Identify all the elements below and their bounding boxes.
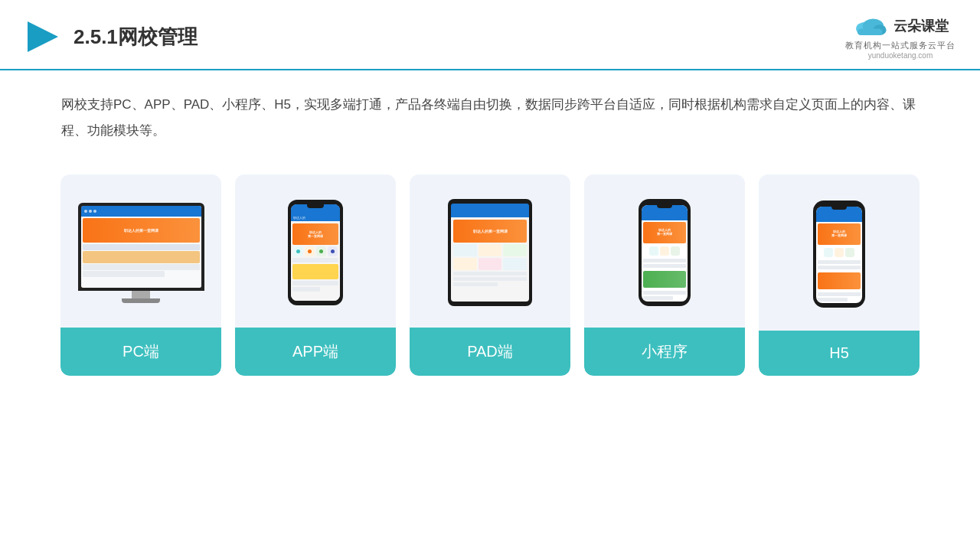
logo-name: 云朵课堂: [893, 17, 949, 35]
play-icon: [24, 18, 61, 55]
card-h5-image: 职达人的第一堂网课: [759, 174, 920, 331]
miniprogram-mockup: 职达人的第一堂网课: [639, 199, 691, 306]
description-text: 网校支持PC、APP、PAD、小程序、H5，实现多端打通，产品各终端自由切换，数…: [0, 70, 980, 159]
pad-mockup: 职达人的第一堂网课: [448, 199, 532, 306]
card-h5: 职达人的第一堂网课: [759, 174, 920, 376]
card-pc-label: PC端: [60, 328, 221, 376]
card-miniprogram-label: 小程序: [584, 328, 745, 376]
card-app-label: APP端: [235, 328, 396, 376]
header: 2.5.1网校管理 云朵课堂 教育机构一站式服务云平台 yunduoketang…: [0, 0, 980, 70]
logo-area: 云朵课堂 教育机构一站式服务云平台 yunduoketang.com: [845, 14, 956, 60]
svg-marker-0: [28, 21, 58, 52]
pc-mockup: 职达人的第一堂网课: [76, 203, 206, 303]
card-pc-image: 职达人的第一堂网课: [60, 174, 221, 328]
card-app: 职达人的 职达人的第一堂网课: [235, 174, 396, 376]
card-pad-image: 职达人的第一堂网课: [410, 174, 570, 328]
card-pad: 职达人的第一堂网课: [410, 174, 570, 376]
logo-icon: 云朵课堂: [852, 14, 949, 38]
page-title: 2.5.1网校管理: [74, 24, 198, 51]
svg-rect-4: [858, 28, 883, 35]
card-h5-label: H5: [759, 331, 920, 376]
card-app-image: 职达人的 职达人的第一堂网课: [235, 174, 396, 328]
logo-url: yunduoketang.com: [868, 51, 933, 60]
logo-tagline: 教育机构一站式服务云平台: [845, 40, 956, 51]
card-miniprogram-image: 职达人的第一堂网课: [584, 174, 745, 328]
h5-mockup: 职达人的第一堂网课: [813, 201, 865, 308]
cards-container: 职达人的第一堂网课 PC端: [0, 159, 980, 376]
header-left: 2.5.1网校管理: [24, 18, 198, 55]
cloud-icon: [852, 14, 889, 38]
card-miniprogram: 职达人的第一堂网课: [584, 174, 745, 376]
app-mockup: 职达人的 职达人的第一堂网课: [288, 200, 343, 305]
card-pc: 职达人的第一堂网课 PC端: [60, 174, 221, 376]
card-pad-label: PAD端: [410, 328, 570, 376]
